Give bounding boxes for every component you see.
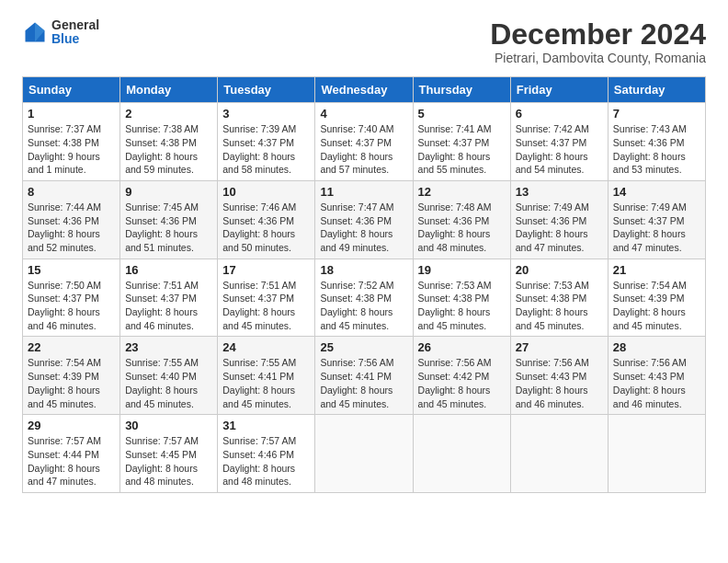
calendar-table: SundayMondayTuesdayWednesdayThursdayFrid… — [22, 76, 706, 493]
day-detail: Sunrise: 7:53 AM Sunset: 4:38 PM Dayligh… — [418, 279, 506, 333]
calendar-cell: 13Sunrise: 7:49 AM Sunset: 4:36 PM Dayli… — [510, 180, 608, 259]
day-detail: Sunrise: 7:53 AM Sunset: 4:38 PM Dayligh… — [516, 279, 603, 333]
day-number: 28 — [613, 340, 700, 354]
day-detail: Sunrise: 7:47 AM Sunset: 4:36 PM Dayligh… — [320, 201, 407, 255]
calendar-cell: 19Sunrise: 7:53 AM Sunset: 4:38 PM Dayli… — [413, 259, 510, 337]
weekday-header-saturday: Saturday — [608, 77, 705, 103]
day-number: 7 — [613, 107, 700, 121]
calendar-cell: 10Sunrise: 7:46 AM Sunset: 4:36 PM Dayli… — [218, 180, 315, 259]
weekday-header-monday: Monday — [120, 77, 218, 103]
calendar-cell: 3Sunrise: 7:39 AM Sunset: 4:37 PM Daylig… — [218, 103, 315, 181]
day-number: 26 — [418, 340, 506, 354]
day-detail: Sunrise: 7:57 AM Sunset: 4:45 PM Dayligh… — [125, 434, 212, 488]
day-detail: Sunrise: 7:50 AM Sunset: 4:37 PM Dayligh… — [28, 279, 115, 333]
calendar-cell: 20Sunrise: 7:53 AM Sunset: 4:38 PM Dayli… — [510, 259, 608, 337]
logo-icon — [22, 19, 48, 45]
day-number: 11 — [320, 185, 407, 199]
day-number: 16 — [125, 263, 212, 277]
day-detail: Sunrise: 7:40 AM Sunset: 4:37 PM Dayligh… — [320, 122, 407, 177]
weekday-header-wednesday: Wednesday — [315, 77, 413, 103]
day-number: 14 — [613, 185, 700, 199]
title-block: December 2024 Pietrari, Dambovita County… — [490, 18, 706, 65]
day-detail: Sunrise: 7:42 AM Sunset: 4:37 PM Dayligh… — [516, 122, 603, 177]
day-detail: Sunrise: 7:45 AM Sunset: 4:36 PM Dayligh… — [125, 201, 212, 255]
weekday-header-friday: Friday — [510, 77, 608, 103]
calendar-cell: 29Sunrise: 7:57 AM Sunset: 4:44 PM Dayli… — [23, 415, 120, 493]
day-detail: Sunrise: 7:39 AM Sunset: 4:37 PM Dayligh… — [222, 122, 310, 177]
calendar-cell: 26Sunrise: 7:56 AM Sunset: 4:42 PM Dayli… — [413, 337, 510, 415]
day-detail: Sunrise: 7:38 AM Sunset: 4:38 PM Dayligh… — [125, 122, 212, 177]
day-detail: Sunrise: 7:51 AM Sunset: 4:37 PM Dayligh… — [222, 279, 310, 333]
day-number: 2 — [125, 107, 212, 121]
day-detail: Sunrise: 7:56 AM Sunset: 4:41 PM Dayligh… — [320, 356, 407, 410]
day-detail: Sunrise: 7:56 AM Sunset: 4:43 PM Dayligh… — [516, 356, 603, 410]
calendar-cell — [608, 415, 705, 493]
day-number: 27 — [516, 340, 603, 354]
day-detail: Sunrise: 7:46 AM Sunset: 4:36 PM Dayligh… — [222, 201, 310, 255]
calendar-cell: 16Sunrise: 7:51 AM Sunset: 4:37 PM Dayli… — [120, 259, 218, 337]
week-row-3: 15Sunrise: 7:50 AM Sunset: 4:37 PM Dayli… — [23, 259, 706, 337]
weekday-header-row: SundayMondayTuesdayWednesdayThursdayFrid… — [23, 77, 706, 103]
day-detail: Sunrise: 7:44 AM Sunset: 4:36 PM Dayligh… — [28, 201, 115, 255]
calendar-cell: 28Sunrise: 7:56 AM Sunset: 4:43 PM Dayli… — [608, 337, 705, 415]
day-number: 15 — [28, 263, 115, 277]
calendar-cell: 12Sunrise: 7:48 AM Sunset: 4:36 PM Dayli… — [413, 180, 510, 259]
calendar-header: SundayMondayTuesdayWednesdayThursdayFrid… — [23, 77, 706, 103]
page-title: December 2024 — [490, 18, 706, 51]
week-row-4: 22Sunrise: 7:54 AM Sunset: 4:39 PM Dayli… — [23, 337, 706, 415]
day-detail: Sunrise: 7:49 AM Sunset: 4:37 PM Dayligh… — [613, 201, 700, 255]
day-number: 24 — [222, 340, 310, 354]
calendar-cell: 15Sunrise: 7:50 AM Sunset: 4:37 PM Dayli… — [23, 259, 120, 337]
day-detail: Sunrise: 7:48 AM Sunset: 4:36 PM Dayligh… — [418, 201, 506, 255]
calendar-cell: 24Sunrise: 7:55 AM Sunset: 4:41 PM Dayli… — [218, 337, 315, 415]
day-number: 1 — [28, 107, 115, 121]
calendar-cell: 14Sunrise: 7:49 AM Sunset: 4:37 PM Dayli… — [608, 180, 705, 259]
day-number: 19 — [418, 263, 506, 277]
logo-text: General Blue — [51, 18, 99, 47]
week-row-1: 1Sunrise: 7:37 AM Sunset: 4:38 PM Daylig… — [23, 103, 706, 181]
logo: General Blue — [22, 18, 99, 47]
calendar-cell: 4Sunrise: 7:40 AM Sunset: 4:37 PM Daylig… — [315, 103, 413, 181]
day-detail: Sunrise: 7:57 AM Sunset: 4:46 PM Dayligh… — [222, 434, 310, 488]
calendar-cell: 8Sunrise: 7:44 AM Sunset: 4:36 PM Daylig… — [23, 180, 120, 259]
calendar-cell: 30Sunrise: 7:57 AM Sunset: 4:45 PM Dayli… — [120, 415, 218, 493]
page-header: General Blue December 2024 Pietrari, Dam… — [22, 18, 706, 65]
calendar-cell: 21Sunrise: 7:54 AM Sunset: 4:39 PM Dayli… — [608, 259, 705, 337]
day-number: 18 — [320, 263, 407, 277]
calendar-cell — [315, 415, 413, 493]
day-detail: Sunrise: 7:57 AM Sunset: 4:44 PM Dayligh… — [28, 434, 115, 488]
calendar-cell: 5Sunrise: 7:41 AM Sunset: 4:37 PM Daylig… — [413, 103, 510, 181]
day-number: 30 — [125, 419, 212, 432]
calendar-cell: 2Sunrise: 7:38 AM Sunset: 4:38 PM Daylig… — [120, 103, 218, 181]
day-detail: Sunrise: 7:51 AM Sunset: 4:37 PM Dayligh… — [125, 279, 212, 333]
day-detail: Sunrise: 7:41 AM Sunset: 4:37 PM Dayligh… — [418, 122, 506, 177]
day-detail: Sunrise: 7:37 AM Sunset: 4:38 PM Dayligh… — [28, 122, 115, 177]
day-number: 21 — [613, 263, 700, 277]
page-subtitle: Pietrari, Dambovita County, Romania — [490, 51, 706, 65]
day-number: 25 — [320, 340, 407, 354]
day-number: 6 — [516, 107, 603, 121]
day-detail: Sunrise: 7:55 AM Sunset: 4:40 PM Dayligh… — [125, 356, 212, 410]
day-detail: Sunrise: 7:49 AM Sunset: 4:36 PM Dayligh… — [516, 201, 603, 255]
calendar-cell: 23Sunrise: 7:55 AM Sunset: 4:40 PM Dayli… — [120, 337, 218, 415]
day-detail: Sunrise: 7:43 AM Sunset: 4:36 PM Dayligh… — [613, 122, 700, 177]
calendar-cell: 1Sunrise: 7:37 AM Sunset: 4:38 PM Daylig… — [23, 103, 120, 181]
day-detail: Sunrise: 7:56 AM Sunset: 4:42 PM Dayligh… — [418, 356, 506, 410]
day-number: 29 — [28, 419, 115, 432]
day-number: 22 — [28, 340, 115, 354]
calendar-cell: 17Sunrise: 7:51 AM Sunset: 4:37 PM Dayli… — [218, 259, 315, 337]
weekday-header-tuesday: Tuesday — [218, 77, 315, 103]
logo-blue-text: Blue — [51, 32, 99, 46]
calendar-cell: 25Sunrise: 7:56 AM Sunset: 4:41 PM Dayli… — [315, 337, 413, 415]
day-detail: Sunrise: 7:56 AM Sunset: 4:43 PM Dayligh… — [613, 356, 700, 410]
calendar-cell — [413, 415, 510, 493]
day-detail: Sunrise: 7:54 AM Sunset: 4:39 PM Dayligh… — [613, 279, 700, 333]
day-number: 5 — [418, 107, 506, 121]
weekday-header-thursday: Thursday — [413, 77, 510, 103]
logo-general-text: General — [51, 18, 99, 32]
calendar-cell: 31Sunrise: 7:57 AM Sunset: 4:46 PM Dayli… — [218, 415, 315, 493]
calendar-cell: 27Sunrise: 7:56 AM Sunset: 4:43 PM Dayli… — [510, 337, 608, 415]
week-row-5: 29Sunrise: 7:57 AM Sunset: 4:44 PM Dayli… — [23, 415, 706, 493]
calendar-body: 1Sunrise: 7:37 AM Sunset: 4:38 PM Daylig… — [23, 103, 706, 493]
weekday-header-sunday: Sunday — [23, 77, 120, 103]
